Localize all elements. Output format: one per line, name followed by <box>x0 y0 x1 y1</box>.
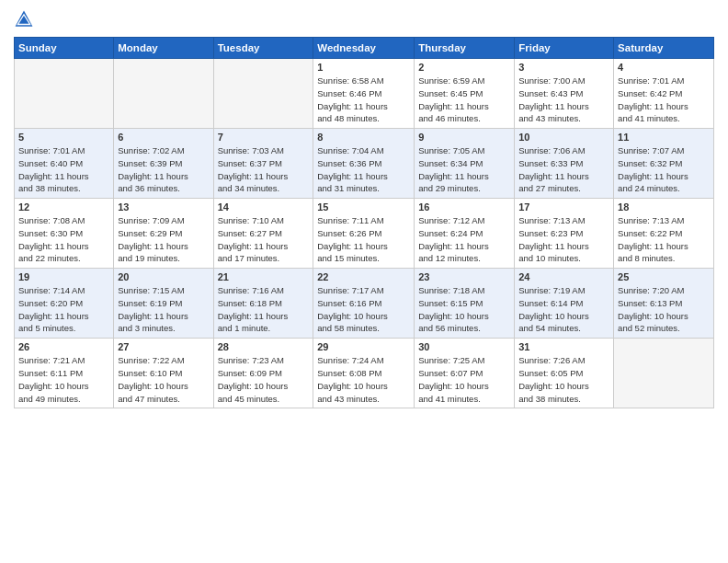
calendar-day-cell: 17Sunrise: 7:13 AM Sunset: 6:23 PM Dayli… <box>515 199 614 269</box>
day-number: 2 <box>418 62 510 73</box>
calendar-day-cell: 5Sunrise: 7:01 AM Sunset: 6:40 PM Daylig… <box>15 129 114 199</box>
calendar-day-cell: 7Sunrise: 7:03 AM Sunset: 6:37 PM Daylig… <box>213 129 313 199</box>
calendar-day-cell: 25Sunrise: 7:20 AM Sunset: 6:13 PM Dayli… <box>614 269 714 339</box>
calendar-day-cell: 18Sunrise: 7:13 AM Sunset: 6:22 PM Dayli… <box>614 199 714 269</box>
day-number: 4 <box>618 62 710 73</box>
calendar-day-cell: 9Sunrise: 7:05 AM Sunset: 6:34 PM Daylig… <box>415 129 515 199</box>
calendar-day-cell: 19Sunrise: 7:14 AM Sunset: 6:20 PM Dayli… <box>15 269 114 339</box>
day-info: Sunrise: 7:07 AM Sunset: 6:32 PM Dayligh… <box>618 144 710 195</box>
logo-icon <box>14 9 34 29</box>
calendar-day-cell: 10Sunrise: 7:06 AM Sunset: 6:33 PM Dayli… <box>515 129 614 199</box>
calendar-day-cell: 13Sunrise: 7:09 AM Sunset: 6:29 PM Dayli… <box>114 199 213 269</box>
calendar-day-cell: 22Sunrise: 7:17 AM Sunset: 6:16 PM Dayli… <box>313 269 415 339</box>
calendar-day-cell: 29Sunrise: 7:24 AM Sunset: 6:08 PM Dayli… <box>313 339 415 408</box>
day-number: 9 <box>418 132 510 143</box>
day-number: 23 <box>418 271 510 282</box>
day-info: Sunrise: 7:21 AM Sunset: 6:11 PM Dayligh… <box>18 354 109 405</box>
day-info: Sunrise: 7:26 AM Sunset: 6:05 PM Dayligh… <box>518 354 609 405</box>
weekday-header: Tuesday <box>213 38 313 59</box>
day-number: 29 <box>317 341 410 352</box>
day-number: 24 <box>518 271 609 282</box>
day-number: 21 <box>218 271 310 282</box>
calendar-day-cell <box>614 339 714 408</box>
calendar-day-cell: 6Sunrise: 7:02 AM Sunset: 6:39 PM Daylig… <box>114 129 213 199</box>
day-number: 20 <box>118 271 209 282</box>
day-info: Sunrise: 7:18 AM Sunset: 6:15 PM Dayligh… <box>418 284 510 335</box>
calendar-day-cell: 4Sunrise: 7:01 AM Sunset: 6:42 PM Daylig… <box>614 59 714 129</box>
day-number: 28 <box>218 341 310 352</box>
day-number: 6 <box>118 132 209 143</box>
day-number: 27 <box>118 341 209 352</box>
calendar-day-cell: 14Sunrise: 7:10 AM Sunset: 6:27 PM Dayli… <box>213 199 313 269</box>
day-number: 7 <box>218 132 310 143</box>
calendar-day-cell: 28Sunrise: 7:23 AM Sunset: 6:09 PM Dayli… <box>213 339 313 408</box>
day-number: 1 <box>317 62 410 73</box>
day-number: 15 <box>317 201 410 213</box>
day-info: Sunrise: 7:11 AM Sunset: 6:26 PM Dayligh… <box>317 214 410 265</box>
day-number: 5 <box>18 132 109 143</box>
day-number: 8 <box>317 132 410 143</box>
calendar-week-row: 5Sunrise: 7:01 AM Sunset: 6:40 PM Daylig… <box>15 129 714 199</box>
day-info: Sunrise: 7:09 AM Sunset: 6:29 PM Dayligh… <box>118 214 209 265</box>
calendar-day-cell: 16Sunrise: 7:12 AM Sunset: 6:24 PM Dayli… <box>415 199 515 269</box>
day-info: Sunrise: 7:04 AM Sunset: 6:36 PM Dayligh… <box>317 144 410 195</box>
calendar-day-cell: 8Sunrise: 7:04 AM Sunset: 6:36 PM Daylig… <box>313 129 415 199</box>
calendar-week-row: 19Sunrise: 7:14 AM Sunset: 6:20 PM Dayli… <box>15 269 714 339</box>
calendar-day-cell: 3Sunrise: 7:00 AM Sunset: 6:43 PM Daylig… <box>515 59 614 129</box>
day-info: Sunrise: 7:01 AM Sunset: 6:40 PM Dayligh… <box>18 144 109 195</box>
day-number: 16 <box>418 201 510 213</box>
calendar-day-cell: 30Sunrise: 7:25 AM Sunset: 6:07 PM Dayli… <box>415 339 515 408</box>
day-number: 25 <box>618 271 710 282</box>
calendar-day-cell: 24Sunrise: 7:19 AM Sunset: 6:14 PM Dayli… <box>515 269 614 339</box>
calendar-day-cell: 27Sunrise: 7:22 AM Sunset: 6:10 PM Dayli… <box>114 339 213 408</box>
day-number: 31 <box>518 341 609 352</box>
day-number: 18 <box>618 201 710 213</box>
day-info: Sunrise: 7:02 AM Sunset: 6:39 PM Dayligh… <box>118 144 209 195</box>
calendar-day-cell: 20Sunrise: 7:15 AM Sunset: 6:19 PM Dayli… <box>114 269 213 339</box>
weekday-header: Sunday <box>15 38 114 59</box>
day-number: 19 <box>18 271 109 282</box>
calendar-day-cell: 15Sunrise: 7:11 AM Sunset: 6:26 PM Dayli… <box>313 199 415 269</box>
weekday-header: Monday <box>114 38 213 59</box>
calendar-body: 1Sunrise: 6:58 AM Sunset: 6:46 PM Daylig… <box>15 59 714 408</box>
calendar-day-cell: 11Sunrise: 7:07 AM Sunset: 6:32 PM Dayli… <box>614 129 714 199</box>
day-number: 13 <box>118 201 209 213</box>
day-info: Sunrise: 7:05 AM Sunset: 6:34 PM Dayligh… <box>418 144 510 195</box>
day-info: Sunrise: 7:15 AM Sunset: 6:19 PM Dayligh… <box>118 284 209 335</box>
calendar-header-row: SundayMondayTuesdayWednesdayThursdayFrid… <box>15 38 714 59</box>
day-number: 3 <box>518 62 609 73</box>
calendar-day-cell: 1Sunrise: 6:58 AM Sunset: 6:46 PM Daylig… <box>313 59 415 129</box>
day-info: Sunrise: 6:59 AM Sunset: 6:45 PM Dayligh… <box>418 75 510 125</box>
calendar-day-cell: 23Sunrise: 7:18 AM Sunset: 6:15 PM Dayli… <box>415 269 515 339</box>
day-info: Sunrise: 7:19 AM Sunset: 6:14 PM Dayligh… <box>518 284 609 335</box>
day-info: Sunrise: 7:08 AM Sunset: 6:30 PM Dayligh… <box>18 214 109 265</box>
day-info: Sunrise: 7:06 AM Sunset: 6:33 PM Dayligh… <box>518 144 609 195</box>
day-info: Sunrise: 7:14 AM Sunset: 6:20 PM Dayligh… <box>18 284 109 335</box>
day-info: Sunrise: 7:24 AM Sunset: 6:08 PM Dayligh… <box>317 354 410 405</box>
weekday-header: Thursday <box>415 38 515 59</box>
day-info: Sunrise: 7:12 AM Sunset: 6:24 PM Dayligh… <box>418 214 510 265</box>
day-info: Sunrise: 7:23 AM Sunset: 6:09 PM Dayligh… <box>218 354 310 405</box>
day-number: 11 <box>618 132 710 143</box>
day-info: Sunrise: 7:10 AM Sunset: 6:27 PM Dayligh… <box>218 214 310 265</box>
calendar-day-cell: 2Sunrise: 6:59 AM Sunset: 6:45 PM Daylig… <box>415 59 515 129</box>
day-number: 14 <box>218 201 310 213</box>
day-info: Sunrise: 7:22 AM Sunset: 6:10 PM Dayligh… <box>118 354 209 405</box>
day-info: Sunrise: 7:03 AM Sunset: 6:37 PM Dayligh… <box>218 144 310 195</box>
day-info: Sunrise: 7:16 AM Sunset: 6:18 PM Dayligh… <box>218 284 310 335</box>
day-info: Sunrise: 7:00 AM Sunset: 6:43 PM Dayligh… <box>518 75 609 125</box>
weekday-header: Friday <box>515 38 614 59</box>
weekday-header: Saturday <box>614 38 714 59</box>
day-info: Sunrise: 7:13 AM Sunset: 6:23 PM Dayligh… <box>518 214 609 265</box>
day-info: Sunrise: 7:20 AM Sunset: 6:13 PM Dayligh… <box>618 284 710 335</box>
day-info: Sunrise: 7:01 AM Sunset: 6:42 PM Dayligh… <box>618 75 710 125</box>
calendar-day-cell: 21Sunrise: 7:16 AM Sunset: 6:18 PM Dayli… <box>213 269 313 339</box>
calendar-day-cell <box>114 59 213 129</box>
calendar-week-row: 26Sunrise: 7:21 AM Sunset: 6:11 PM Dayli… <box>15 339 714 408</box>
day-number: 22 <box>317 271 410 282</box>
day-number: 17 <box>518 201 609 213</box>
weekday-header: Wednesday <box>313 38 415 59</box>
page: SundayMondayTuesdayWednesdayThursdayFrid… <box>0 0 728 563</box>
day-info: Sunrise: 7:13 AM Sunset: 6:22 PM Dayligh… <box>618 214 710 265</box>
calendar-day-cell: 26Sunrise: 7:21 AM Sunset: 6:11 PM Dayli… <box>15 339 114 408</box>
